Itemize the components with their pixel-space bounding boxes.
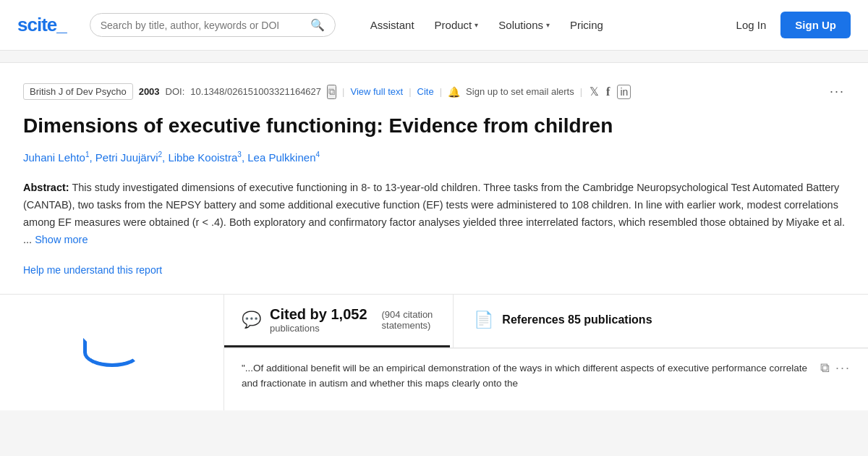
quote-more-button[interactable]: ··· [835,360,851,376]
author-2[interactable]: Petri Juujärvi2 [95,151,162,164]
author-1[interactable]: Juhani Lehto1 [23,151,89,164]
copy-quote-button[interactable]: ⧉ [820,360,830,376]
cited-by-tab[interactable]: 💬 Cited by 1,052 publications (904 citat… [224,295,450,347]
abstract-text: Abstract: This study investigated dimens… [23,180,845,249]
tab-divider [453,295,454,347]
journal-badge: British J of Dev Psycho [23,83,133,100]
search-button[interactable]: 🔍 [310,18,325,32]
search-icon: 🔍 [310,19,325,31]
nav-pricing[interactable]: Pricing [561,14,612,35]
references-tab[interactable]: 📄 References 85 publications [456,295,669,347]
nav-pricing-label: Pricing [570,19,603,31]
nav-solutions-label: Solutions [498,19,543,31]
nav-product-label: Product [435,19,472,31]
search-input[interactable] [101,20,310,31]
nav-actions: Log In Sign Up [728,12,851,38]
cited-by-tab-content: Cited by 1,052 publications [270,306,367,334]
chevron-down-icon-solutions: ▾ [546,21,550,29]
quote-card: "...Of additional benefit will be an emp… [224,348,868,403]
chevron-down-icon: ▾ [475,21,478,29]
linkedin-icon[interactable]: in [617,85,631,99]
show-more-link[interactable]: Show more [35,234,88,245]
article-title: Dimensions of executive functioning: Evi… [23,113,845,139]
facebook-icon[interactable]: f [606,85,610,98]
abstract-body: This study investigated dimensions of ex… [23,182,845,245]
author-4[interactable]: Lea Pulkkinen4 [247,151,320,164]
nav-assistant-label: Assistant [370,19,414,31]
citation-statements-info: (904 citation statements) [382,309,433,331]
view-full-text-link[interactable]: View full text [350,86,403,97]
twitter-icon[interactable]: 𝕏 [590,85,599,98]
document-icon: 📄 [474,311,493,329]
alert-text: Sign up to set email alerts [466,86,574,97]
article-meta-bar: British J of Dev Psycho 2003 DOI: 10.134… [23,83,845,100]
speech-bubble-icon: 💬 [242,311,261,329]
doi-value: 10.1348/026151003321164627 [190,86,321,97]
citations-tabs: 💬 Cited by 1,052 publications (904 citat… [224,295,868,348]
doi-label: DOI: [166,86,185,97]
nav-assistant[interactable]: Assistant [362,14,423,35]
navbar: scite_ 🔍 Assistant Product ▾ Solutions ▾… [0,0,868,51]
author-3[interactable]: Libbe Kooistra3 [168,151,241,164]
meta-more-button[interactable]: ··· [830,84,845,99]
cite-link[interactable]: Cite [417,86,434,97]
bottom-section: 💬 Cited by 1,052 publications (904 citat… [0,295,868,410]
search-bar: 🔍 [90,13,336,37]
citation-statements: (904 citation statements) [382,309,433,331]
bell-icon: 🔔 [448,86,460,98]
login-button[interactable]: Log In [728,13,775,37]
signup-button[interactable]: Sign Up [780,12,851,38]
references-label: References 85 publications [502,313,652,326]
loading-arc [83,338,141,367]
logo[interactable]: scite_ [17,14,67,36]
copy-doi-button[interactable]: ⧉ [327,85,336,99]
help-link[interactable]: Help me understand this report [23,264,162,276]
authors-list: Juhani Lehto1, Petri Juujärvi2, Libbe Ko… [23,149,845,166]
article-year: 2003 [139,86,160,97]
cited-by-count: Cited by 1,052 [270,306,367,323]
abstract-label: Abstract: [23,182,69,193]
citations-panel: 💬 Cited by 1,052 publications (904 citat… [224,295,868,410]
nav-solutions[interactable]: Solutions ▾ [490,14,558,35]
quote-text: "...Of additional benefit will be an emp… [242,360,812,392]
chart-panel [0,295,224,410]
quote-actions: ⧉ ··· [820,360,851,376]
cited-by-sub: publications [270,323,367,334]
article-card: British J of Dev Psycho 2003 DOI: 10.134… [0,62,868,295]
nav-links: Assistant Product ▾ Solutions ▾ Pricing [362,14,716,35]
nav-product[interactable]: Product ▾ [426,14,488,35]
